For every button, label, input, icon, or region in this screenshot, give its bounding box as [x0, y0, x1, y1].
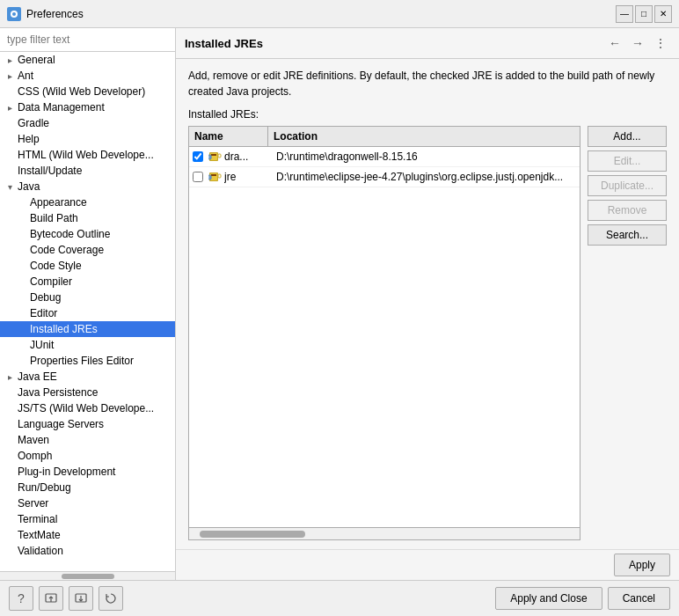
tree-arrow-icon: ▾ [4, 182, 16, 192]
sidebar-item-maven[interactable]: Maven [0, 432, 175, 448]
bottom-left-icons: ? [9, 586, 123, 611]
col-name-header: Name [189, 127, 268, 146]
sidebar-item-appearance[interactable]: Appearance [0, 194, 175, 210]
sidebar-item-compiler[interactable]: Compiler [0, 274, 175, 290]
apply-close-button[interactable]: Apply and Close [495, 587, 602, 610]
export-button[interactable] [39, 586, 63, 611]
jre-name-jre: jre [224, 171, 273, 183]
window-title: Preferences [26, 8, 616, 20]
import-button[interactable] [69, 586, 93, 611]
sidebar-item-oomph[interactable]: Oomph [0, 448, 175, 464]
sidebar-item-label: Build Path [28, 212, 78, 224]
sidebar-item-label: Bytecode Outline [28, 228, 110, 240]
sidebar-item-label: Install/Update [16, 165, 82, 177]
jre-location-jre: D:\runtime\eclipse-jee-4.27\plugins\org.… [273, 171, 563, 183]
back-button[interactable]: ← [605, 33, 624, 53]
sidebar-item-code-style[interactable]: Code Style [0, 258, 175, 274]
jre-checkbox-jre[interactable] [189, 172, 207, 182]
sidebar-item-label: Help [16, 133, 40, 145]
sidebar-item-editor[interactable]: Editor [0, 305, 175, 321]
jre-horizontal-scrollbar[interactable] [189, 527, 580, 539]
description-text: Add, remove or edit JRE definitions. By … [188, 68, 667, 99]
sidebar-item-java-persistence[interactable]: Java Persistence [0, 385, 175, 400]
jre-icon-dragonwell [207, 150, 224, 164]
sidebar-item-validation[interactable]: Validation [0, 543, 175, 559]
sidebar-item-plug-in-development[interactable]: Plug-in Development [0, 464, 175, 480]
right-panel-title: Installed JREs [185, 37, 263, 50]
search-button[interactable]: Search... [588, 224, 667, 246]
window-controls: — □ ✕ [616, 5, 672, 23]
svg-rect-11 [211, 174, 216, 176]
sidebar-item-build-path[interactable]: Build Path [0, 210, 175, 226]
sidebar-item-general[interactable]: ▸General [0, 52, 175, 68]
sidebar-item-textmate[interactable]: TextMate [0, 527, 175, 543]
remove-button[interactable]: Remove [588, 200, 667, 221]
help-button[interactable]: ? [9, 586, 33, 611]
title-bar: Preferences — □ ✕ [0, 0, 679, 28]
apply-button[interactable]: Apply [614, 554, 670, 576]
sidebar-item-label: JUnit [28, 339, 54, 351]
jre-checkbox-dragonwell[interactable] [189, 151, 207, 162]
cancel-button[interactable]: Cancel [608, 587, 670, 610]
installed-jres-label: Installed JREs: [188, 108, 667, 121]
jre-table-body: dra... D:\runtime\dragonwell-8.15.16 [189, 147, 580, 527]
maximize-button[interactable]: □ [635, 5, 653, 23]
sidebar-item-label: Run/Debug [16, 481, 71, 494]
left-panel: ▸General▸AntCSS (Wild Web Developer)▸Dat… [0, 28, 176, 580]
table-row[interactable]: dra... D:\runtime\dragonwell-8.15.16 [189, 147, 580, 167]
sidebar-item-css-wwd[interactable]: CSS (Wild Web Developer) [0, 84, 175, 99]
duplicate-button[interactable]: Duplicate... [588, 175, 667, 196]
sidebar-item-install-update[interactable]: Install/Update [0, 163, 175, 179]
sidebar-item-label: Server [16, 497, 48, 510]
sidebar-item-help[interactable]: Help [0, 131, 175, 147]
tree-container: ▸General▸AntCSS (Wild Web Developer)▸Dat… [0, 52, 175, 571]
scrollbar-thumb[interactable] [200, 531, 305, 538]
tree-arrow-icon: ▸ [4, 372, 16, 382]
sidebar-item-installed-jres[interactable]: Installed JREs [0, 321, 175, 337]
sidebar-item-terminal[interactable]: Terminal [0, 511, 175, 527]
table-row[interactable]: jre D:\runtime\eclipse-jee-4.27\plugins\… [189, 167, 580, 187]
sidebar-item-label: Appearance [28, 196, 87, 209]
filter-input[interactable] [0, 28, 175, 52]
sidebar-item-ant[interactable]: ▸Ant [0, 68, 175, 84]
col-location-header: Location [268, 127, 323, 146]
sidebar-item-junit[interactable]: JUnit [0, 337, 175, 353]
main-content: ▸General▸AntCSS (Wild Web Developer)▸Dat… [0, 28, 679, 580]
menu-button[interactable]: ⋮ [651, 33, 670, 53]
forward-button[interactable]: → [628, 33, 647, 53]
sidebar-item-data-management[interactable]: ▸Data Management [0, 99, 175, 115]
sidebar-item-bytecode-outline[interactable]: Bytecode Outline [0, 226, 175, 242]
app-icon [7, 7, 21, 21]
sidebar-item-label: Ant [16, 70, 33, 82]
sidebar-item-label: Maven [16, 434, 49, 446]
minimize-button[interactable]: — [616, 5, 633, 23]
right-body: Add, remove or edit JRE definitions. By … [176, 59, 679, 549]
tree-arrow-icon: ▸ [4, 71, 16, 81]
sidebar-item-js-ts-wwd[interactable]: JS/TS (Wild Web Develope... [0, 400, 175, 416]
add-button[interactable]: Add... [588, 126, 667, 147]
svg-rect-8 [209, 156, 211, 158]
sidebar-item-run-debug[interactable]: Run/Debug [0, 480, 175, 495]
right-header: Installed JREs ← → ⋮ [176, 28, 679, 59]
sidebar-item-java[interactable]: ▾Java [0, 179, 175, 194]
edit-button[interactable]: Edit... [588, 150, 667, 172]
sidebar-item-label: Data Management [16, 101, 105, 114]
svg-rect-14 [209, 176, 211, 179]
sidebar-item-language-servers[interactable]: Language Servers [0, 416, 175, 432]
svg-rect-6 [218, 154, 221, 158]
sidebar-item-html-wwd[interactable]: HTML (Wild Web Develope... [0, 147, 175, 163]
refresh-button[interactable] [99, 586, 123, 611]
sidebar-item-properties-files-editor[interactable]: Properties Files Editor [0, 353, 175, 369]
sidebar-item-label: JS/TS (Wild Web Develope... [16, 402, 154, 414]
sidebar-item-code-coverage[interactable]: Code Coverage [0, 242, 175, 258]
sidebar-item-debug[interactable]: Debug [0, 290, 175, 305]
close-button[interactable]: ✕ [654, 5, 672, 23]
left-scroll-indicator [0, 571, 175, 580]
sidebar-item-label: Properties Files Editor [28, 355, 134, 367]
sidebar-item-label: CSS (Wild Web Developer) [16, 85, 145, 98]
svg-rect-12 [218, 174, 221, 178]
sidebar-item-label: Installed JREs [28, 323, 98, 335]
sidebar-item-server[interactable]: Server [0, 495, 175, 511]
sidebar-item-gradle[interactable]: Gradle [0, 115, 175, 131]
sidebar-item-java-ee[interactable]: ▸Java EE [0, 369, 175, 385]
